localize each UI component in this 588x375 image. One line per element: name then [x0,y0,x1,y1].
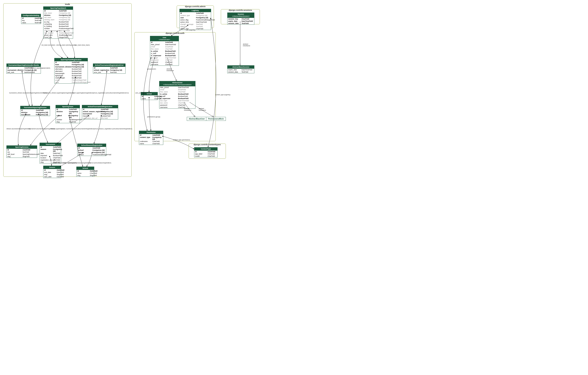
field-row: idAutoField [150,41,179,43]
entity-title: Season [43,166,61,169]
field-row: last_loginDateTimeField [150,57,179,59]
field-row: session_keyCharField [228,18,254,20]
entity-title: SchoolSeasonRegistration [77,144,106,147]
field-row: idAutoField [21,17,41,19]
entity-title: Session<AbstractBaseSession> [228,13,254,18]
field-row: slugSlugField [7,155,37,158]
edge-label: division (tournamentsparringdivision) [6,128,30,130]
field-row: userForeignKey (id) [180,17,211,19]
edge-label: abstract inheritance [167,68,174,71]
entity-abstractuser: AbstractUser<AbstractBaseUser,Permission… [159,81,195,109]
node-abstractbaseuser: AbstractBaseUser [187,117,207,121]
entity-permission: PermissionidAutoFieldcontent_typeForeign… [139,131,163,145]
entity-title: TournamentSparringDivisionBeltRanks [7,64,41,67]
edge-label: tournament (schooltournamentregistration… [66,128,94,130]
entity-title: SparringTeam [56,105,80,108]
entity-abstractbasesession: AbstractBaseSessionexpire_dateDateTimeFi… [227,65,254,73]
field-row: is_staffBooleanField [150,52,179,54]
field-row: action_timeDateTimeField [180,21,211,23]
field-row: expire_dateDateTimeField [228,20,254,22]
entity-title: School [77,167,94,170]
field-row: divisionForeignKey (id) [56,110,80,115]
field-row: last_nameCharField [159,102,195,104]
entity-configurationsetting: ConfigurationSettingidAutoFieldkeyTextFi… [21,14,41,24]
field-row: idAutoField [180,12,211,14]
field-row: skill_levelSparringDivisionLevelField [7,153,37,155]
field-row: tournamentForeignKey (id) [82,113,118,115]
edge-label: abstract inheritance [199,108,206,111]
field-row: red_teamForeignKey (id) [43,16,73,19]
field-row: passwordCharField [159,104,195,106]
edge-label: groups (user) [147,68,156,70]
field-row: session_dateTextField [228,22,254,24]
edge-label: school (schoolseasonregistration) [89,162,111,164]
field-row: heavyweightBooleanField [54,72,88,75]
entity-title: ConfigurationSetting [21,14,41,17]
edge-label: division (sparringteam) [51,128,65,130]
cluster-label: django.contrib.contenttypes [189,143,226,146]
cluster-label: tmdb [3,3,131,6]
edge-label: content_type (permission) [173,139,190,141]
field-row: end_dateDateField [43,171,61,173]
entity-title: Permission [139,131,163,134]
entity-school: SchoolidAutoFieldnameCharFieldslugSlugFi… [76,167,94,177]
edge-label: user_permissions (user) [135,92,151,94]
field-row: divisionForeignKey (id) [21,111,50,114]
entity-title: TournamentSparringDivision [21,106,50,109]
entity-sparringteam: SparringTeamidAutoFielddivisionForeignKe… [56,105,80,123]
field-row: first_nameCharField [159,91,195,93]
field-row: content_typeForeignKey (id) [139,136,163,140]
field-row: ring_numberPositiveIntegerField [43,32,73,34]
field-row: seedPositiveSmallIntegerField [54,81,88,83]
entity-title: Tournament [40,143,61,146]
entity-sparringteamregistration: SparringTeamRegistrationidAutoFieldteamF… [54,58,88,84]
entity-title: SparringTeamMatch [43,7,73,10]
entity-contenttype: ContentTypeidAutoFieldapp_labelCharField… [194,147,218,157]
field-row: expire_dateDateTimeField [228,69,254,71]
field-row: nameCharField [141,97,158,100]
edge-label: school_registration (schooltournamentreg… [93,92,129,94]
field-row: modelCharField [194,155,217,157]
edge-label: season (schoolseasonregistration) [68,162,91,164]
edge-label: content_type (logentry) [215,94,231,96]
field-row: locationCharField [40,157,61,159]
edge-label: division (sparringteammatch) [31,67,50,69]
field-row: ring_assignment_timeDateTimeField [43,30,73,32]
field-row: slugSlugField [77,174,94,177]
field-row: change_messageTextField [180,23,211,25]
field-row: app_labelCharField [194,153,217,155]
cluster-label: django.contrib.admin [177,5,214,8]
field-row: numberSmallIntegerField [56,118,80,121]
edge-label: blue_team (blue_team) [74,44,90,46]
node-permissionsmixin: PermissionsMixin [206,117,226,121]
field-row: session_dataTextField [228,71,254,73]
entity-title: LogEntry [180,9,211,12]
edge-label: tournament_division (sparringteamregistr… [43,92,74,94]
edge-label: abstract inheritance [184,108,191,111]
field-row: seasonForeignKey (id) [40,148,61,152]
field-row: teamForeignKey (id) [54,64,88,66]
entity-season: SeasonidAutoFieldend_dateDateFieldslugSl… [43,166,61,178]
field-row: idAutoField [54,61,88,64]
entity-sparringteammatch: SparringTeamMatchidAutoFieldblue_teamFor… [43,6,73,39]
field-row: last_nameCharField [150,59,179,61]
field-row: tournament_divisionForeignKey (id) [54,66,88,68]
field-row: importedBooleanField [40,154,61,157]
entity-session: Session<AbstractBaseSession>session_keyC… [227,12,254,25]
entity-schooltournamentregistration: SchoolTournamentRegistrationidAutoFields… [82,105,118,119]
field-row: seasonForeignKey (id) [77,151,106,153]
field-row: idAutoField [77,170,94,172]
edge-label: red_team (red_team) [42,44,55,46]
entity-title: SchoolTournamentRegistration [82,105,118,108]
field-row: registration_doc_urlURLField [82,117,118,119]
entity-logentry: LogEntryidAutoFieldcontent_typeForeignKe… [179,9,211,30]
field-row: idAutoField [40,146,61,148]
field-row: idAutoField [82,108,118,110]
field-row: idAutoField [43,10,73,12]
entity-tournament: TournamentidAutoFieldseasonForeignKey (i… [40,143,61,163]
field-row: round_slotIntegerField [43,36,73,38]
entity-user: User<AbstractUser>idAutoFielddate_joined… [150,36,179,66]
field-row: passwordCharField [150,61,179,63]
field-row: divisionPositiveSmallIntegerField [77,153,106,156]
field-row: alternate2BooleanField [54,70,88,72]
